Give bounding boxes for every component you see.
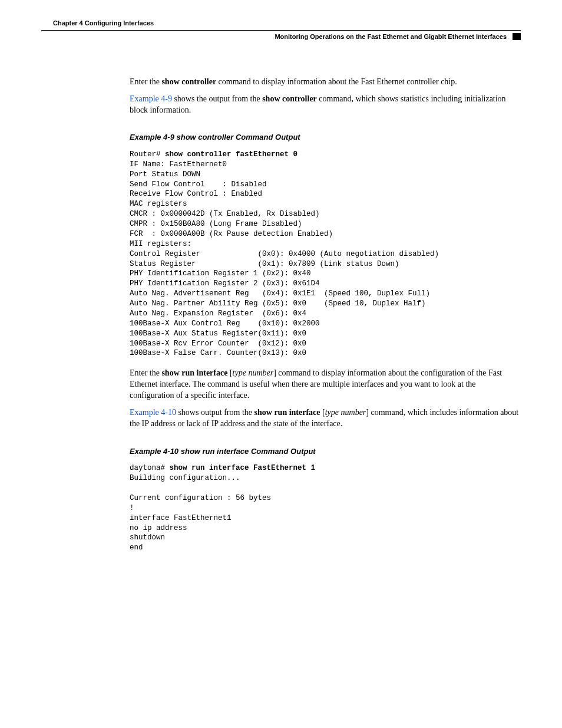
command-input: show run interface FastEthernet 1 <box>170 464 316 472</box>
section-title: Monitoring Operations on the Fast Ethern… <box>275 32 507 41</box>
command-name: show controller <box>262 94 317 103</box>
command-name: show run interface <box>161 368 227 377</box>
command-name: show run interface <box>254 408 320 417</box>
text: [ <box>227 368 232 377</box>
paragraph-intro: Enter the show controller command to dis… <box>130 77 521 88</box>
command-arg: type number <box>233 368 274 377</box>
text: command to display information about the… <box>216 77 457 86</box>
code-body: IF Name: FastEthernet0 Port Status DOWN … <box>130 160 439 358</box>
code-output: Router# show controller fastEthernet 0 I… <box>130 150 521 358</box>
paragraph-example-ref-2: Example 4-10 shows output from the show … <box>130 407 521 430</box>
example-link[interactable]: Example 4-9 <box>130 94 172 103</box>
text: Enter the <box>130 77 161 86</box>
command-arg: type number <box>325 408 366 417</box>
page-content: Enter the show controller command to dis… <box>130 77 521 553</box>
text: [ <box>320 408 325 417</box>
command-input: show controller fastEthernet 0 <box>165 150 297 159</box>
sub-header: Monitoring Operations on the Fast Ethern… <box>41 32 521 41</box>
paragraph-example-ref: Example 4-9 shows the output from the sh… <box>130 94 521 116</box>
header-rule: Chapter 4 Configuring Interfaces <box>41 18 521 31</box>
prompt: Router# <box>130 150 165 159</box>
prompt: daytona# <box>130 464 170 472</box>
code-body: Building configuration... Current config… <box>130 474 271 552</box>
chapter-label: Chapter 4 Configuring Interfaces <box>41 19 154 27</box>
example-heading: Example 4-9 show controller Command Outp… <box>130 132 521 143</box>
header-marker-icon <box>513 33 521 40</box>
text: Enter the <box>130 368 161 377</box>
text: shows output from the <box>176 408 254 417</box>
command-name: show controller <box>161 77 216 86</box>
text: shows the output from the <box>172 94 262 103</box>
paragraph-run-interface: Enter the show run interface [type numbe… <box>130 368 521 401</box>
example-heading: Example 4-10 show run interface Command … <box>130 446 521 457</box>
example-link[interactable]: Example 4-10 <box>130 408 176 417</box>
code-output: daytona# show run interface FastEthernet… <box>130 463 521 553</box>
